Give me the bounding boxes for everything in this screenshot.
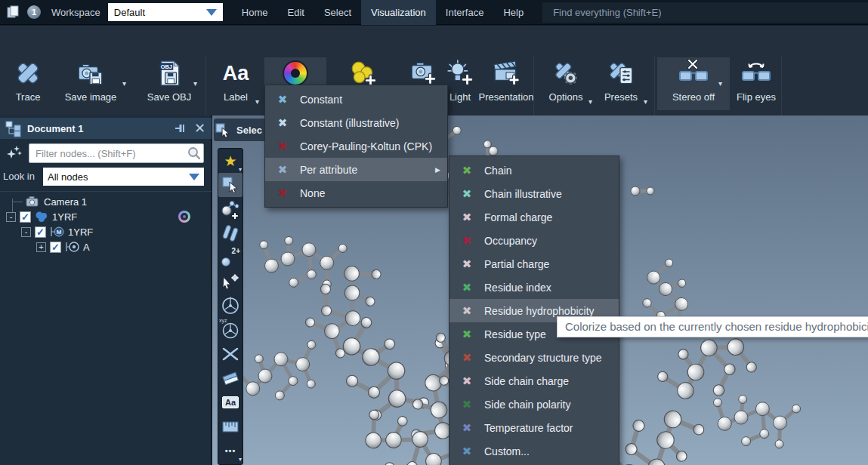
submenu-item-custom[interactable]: ✖ Custom... xyxy=(449,439,619,463)
submenu-item-temperature-factor[interactable]: ✖ Temperature factor xyxy=(449,416,619,439)
search-icon[interactable] xyxy=(187,146,201,160)
submenu-item-partial-charge[interactable]: ✖ Partial charge xyxy=(449,252,619,276)
save-image-icon xyxy=(76,57,105,89)
material-x-icon: ✖ xyxy=(449,234,484,248)
material-menu: ✖ Constant ✖ Constant (illustrative) ✖ C… xyxy=(264,85,448,208)
presets-dropdown-caret[interactable] xyxy=(644,98,647,106)
menu-item-constant[interactable]: ✖ Constant xyxy=(265,88,447,111)
save-obj-button[interactable]: OBJ Save OBJ xyxy=(142,57,196,110)
tab-visualization[interactable]: Visualization xyxy=(361,0,436,25)
workspace-value: Default xyxy=(114,7,145,18)
save-image-dropdown-caret[interactable] xyxy=(122,80,126,88)
tree-row-chain-a[interactable]: + ✓ A xyxy=(36,239,90,254)
collapse-expander[interactable]: - xyxy=(6,212,16,222)
menu-item-constant-illustrative[interactable]: ✖ Constant (illustrative) xyxy=(265,111,447,134)
tab-help[interactable]: Help xyxy=(493,0,533,25)
options-button[interactable]: Options xyxy=(544,57,588,110)
presentation-icon xyxy=(492,57,520,89)
submenu-item-side-chain-charge[interactable]: ✖ Side chain charge xyxy=(449,369,619,393)
collapse-expander[interactable]: - xyxy=(21,227,31,237)
look-in-value: All nodes xyxy=(48,171,88,183)
document-panel-titlebar[interactable]: Document 1 ✕ xyxy=(0,118,212,139)
trace-button[interactable]: Trace xyxy=(8,57,48,110)
measure-tool[interactable] xyxy=(218,414,242,439)
select-tool[interactable] xyxy=(218,173,242,197)
label-button[interactable]: Aa Label xyxy=(216,57,255,110)
tab-edit[interactable]: Edit xyxy=(277,0,314,25)
tree-row-1yrf-root[interactable]: - ✓ 1YRF xyxy=(6,209,205,224)
visibility-checkbox[interactable]: ✓ xyxy=(50,242,61,253)
submenu-item-occupancy[interactable]: ✖ Occupancy xyxy=(449,229,619,252)
submenu-item-chain-illustrative[interactable]: ✖ Chain illustrative xyxy=(449,182,619,205)
trace-icon xyxy=(14,57,42,89)
add-atom-tool[interactable] xyxy=(218,197,242,221)
bond-tool[interactable] xyxy=(218,221,242,245)
light-button[interactable]: Light xyxy=(445,57,475,110)
presentation-button[interactable]: Presentation xyxy=(477,57,535,110)
workspace-dropdown[interactable]: Default xyxy=(108,3,223,21)
submenu-item-side-chain-polarity[interactable]: ✖ Side chain polarity xyxy=(449,393,619,416)
svg-text:OBJ: OBJ xyxy=(161,63,172,70)
xyz-dial-tool[interactable]: xyz xyxy=(218,318,242,342)
tree-label: Camera 1 xyxy=(44,196,87,208)
documents-icon[interactable] xyxy=(6,5,21,20)
submenu-item-formal-charge[interactable]: ✖ Formal charge xyxy=(449,205,619,229)
material-x-icon: ✖ xyxy=(265,93,300,106)
options-dropdown-caret[interactable] xyxy=(588,98,592,106)
menu-tabs: Home Edit Select Visualization Interface… xyxy=(232,0,533,25)
material-x-icon: ✖ xyxy=(449,304,484,318)
rotate-dial-tool[interactable] xyxy=(218,294,242,318)
presets-button[interactable]: Presets xyxy=(600,57,642,110)
submenu-arrow-icon: ▶ xyxy=(435,166,440,174)
look-in-dropdown[interactable]: All nodes xyxy=(43,168,204,186)
look-in-label: Look in xyxy=(3,171,35,182)
expand-expander[interactable]: + xyxy=(36,242,46,252)
favorites-tool[interactable]: ★ xyxy=(218,149,242,173)
move-tool[interactable] xyxy=(218,269,242,294)
menu-item-per-attribute[interactable]: ✖ Per attribute ▶ xyxy=(265,158,447,181)
submenu-item-residue-index[interactable]: ✖ Residue index xyxy=(449,276,619,299)
visibility-checkbox[interactable]: ✓ xyxy=(35,226,46,238)
document-panel: Document 1 ✕ Look in All nodes xyxy=(0,115,212,465)
tree-row-camera[interactable]: Camera 1 xyxy=(26,194,87,209)
menu-item-cpk[interactable]: ✖ Corey-Pauling-Koltun (CPK) xyxy=(265,134,447,158)
twist-tool[interactable] xyxy=(218,342,242,366)
visibility-checkbox[interactable]: ✓ xyxy=(20,211,31,223)
eraser-tool[interactable] xyxy=(218,366,242,390)
active-tool-indicator[interactable]: Selec xyxy=(214,119,267,141)
submenu-item-chain[interactable]: ✖ Chain xyxy=(449,159,619,182)
search-input[interactable] xyxy=(542,2,868,23)
sparkle-icon[interactable] xyxy=(5,145,23,162)
tab-select[interactable]: Select xyxy=(314,0,361,25)
menu-item-none[interactable]: ✖ None xyxy=(265,181,447,205)
label-tool[interactable]: Aa xyxy=(218,390,242,414)
submenu-item-secondary-structure-type[interactable]: ✖ Secondary structure type xyxy=(449,346,619,369)
save-image-button[interactable]: Save image xyxy=(62,57,119,110)
material-x-icon: ✖ xyxy=(265,186,300,200)
tree-connector xyxy=(12,202,23,202)
tab-home[interactable]: Home xyxy=(232,0,278,25)
tab-interface[interactable]: Interface xyxy=(436,0,494,25)
stereo-off-glasses-icon xyxy=(677,57,710,89)
stereo-dropdown-caret[interactable] xyxy=(718,80,722,88)
material-x-icon: ✖ xyxy=(265,140,300,153)
save-obj-dropdown-caret[interactable] xyxy=(193,80,197,88)
charge-tool[interactable]: 2+ xyxy=(218,245,242,269)
pin-icon[interactable] xyxy=(174,122,187,134)
filter-nodes-input[interactable] xyxy=(29,143,204,163)
label-aa-icon: Aa xyxy=(223,57,249,89)
flip-eyes-button[interactable]: Flip eyes xyxy=(734,57,778,110)
tree-label: 1YRF xyxy=(68,226,93,238)
tooltip: Colorize based on the currently chosen r… xyxy=(557,316,868,337)
tree-label: A xyxy=(83,242,90,253)
close-icon[interactable]: ✕ xyxy=(194,120,205,137)
model-m-icon: M xyxy=(50,226,65,238)
tree-row-1yrf-model[interactable]: - ✓ M 1YRF xyxy=(21,224,93,239)
label-dropdown-caret[interactable] xyxy=(255,98,259,106)
edit-toolbar: ★ xyxy=(218,148,243,465)
material-indicator-icon[interactable] xyxy=(178,211,190,223)
eraser-icon xyxy=(221,368,240,388)
select-tool-icon xyxy=(221,176,239,194)
more-tools[interactable]: ••• xyxy=(218,439,242,463)
presets-icon xyxy=(607,57,635,89)
